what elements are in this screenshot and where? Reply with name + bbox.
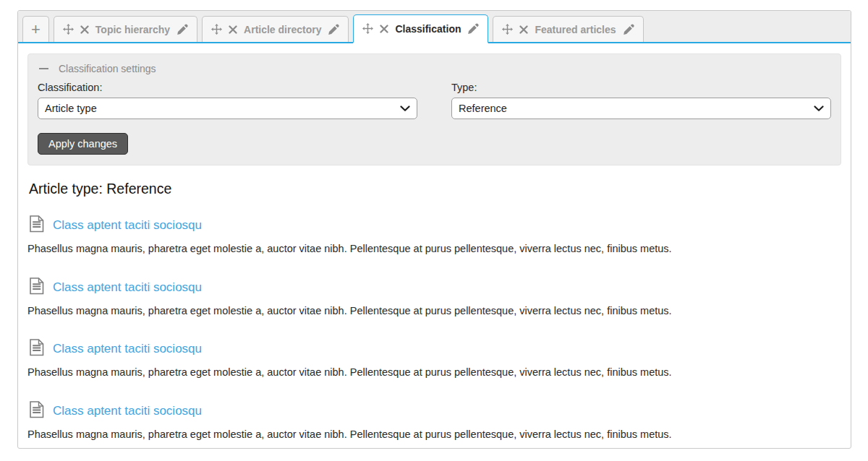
move-icon[interactable] (502, 24, 513, 35)
article-description: Phasellus magna mauris, pharetra eget mo… (27, 366, 841, 379)
move-icon[interactable] (211, 24, 222, 35)
tab-label: Featured articles (535, 24, 616, 35)
document-icon (30, 215, 44, 236)
document-icon (30, 277, 44, 298)
list-item: Class aptent taciti sociosqu Phasellus m… (27, 277, 841, 317)
classification-select[interactable]: Article type (38, 98, 417, 119)
close-icon[interactable] (519, 25, 528, 34)
tab-label: Topic hierarchy (95, 24, 170, 35)
type-label: Type: (451, 82, 831, 93)
panel-title: Classification settings (59, 63, 156, 74)
edit-pencil-icon[interactable] (623, 24, 634, 35)
tab-classification[interactable]: Classification (353, 14, 488, 43)
classification-label: Classification: (38, 82, 417, 93)
close-icon[interactable] (380, 25, 388, 33)
classification-settings-panel: Classification settings Classification: … (27, 53, 841, 165)
document-icon (30, 401, 44, 421)
type-select[interactable]: Reference (451, 98, 831, 119)
list-item: Class aptent taciti sociosqu Phasellus m… (27, 339, 841, 379)
move-icon[interactable] (63, 24, 74, 35)
document-icon (30, 339, 44, 359)
article-description: Phasellus magna mauris, pharetra eget mo… (27, 243, 841, 255)
article-description: Phasellus magna mauris, pharetra eget mo… (27, 305, 841, 317)
list-item: Class aptent taciti sociosqu Phasellus m… (27, 401, 841, 441)
tab-label: Article directory (244, 24, 321, 35)
plus-icon: + (31, 22, 41, 38)
close-icon[interactable] (229, 25, 237, 34)
edit-pencil-icon[interactable] (467, 23, 479, 35)
add-tab-button[interactable]: + (22, 16, 49, 42)
tab-topic-hierarchy[interactable]: Topic hierarchy (54, 16, 197, 42)
edit-pencil-icon[interactable] (176, 24, 188, 35)
list-item: Class aptent taciti sociosqu Phasellus m… (27, 215, 841, 255)
tab-featured-articles[interactable]: Featured articles (493, 16, 643, 42)
article-list: Class aptent taciti sociosqu Phasellus m… (27, 215, 841, 441)
tab-article-directory[interactable]: Article directory (202, 16, 349, 42)
article-description: Phasellus magna mauris, pharetra eget mo… (27, 428, 841, 441)
edit-pencil-icon[interactable] (328, 24, 339, 35)
tab-label: Classification (395, 23, 461, 35)
close-icon[interactable] (80, 25, 89, 34)
article-link[interactable]: Class aptent taciti sociosqu (53, 218, 202, 233)
article-link[interactable]: Class aptent taciti sociosqu (53, 342, 202, 356)
collapse-minus-icon[interactable] (39, 68, 48, 69)
apply-changes-button[interactable]: Apply changes (38, 133, 128, 155)
article-link[interactable]: Class aptent taciti sociosqu (53, 280, 202, 295)
article-link[interactable]: Class aptent taciti sociosqu (53, 404, 202, 418)
move-icon[interactable] (362, 23, 373, 34)
tab-bar: + Topic hierarchy Article directory Clas… (18, 11, 851, 43)
tab-panel-content: Classification settings Classification: … (18, 43, 851, 441)
tab-widget: + Topic hierarchy Article directory Clas… (17, 10, 851, 449)
page-title: Article type: Reference (29, 181, 841, 197)
